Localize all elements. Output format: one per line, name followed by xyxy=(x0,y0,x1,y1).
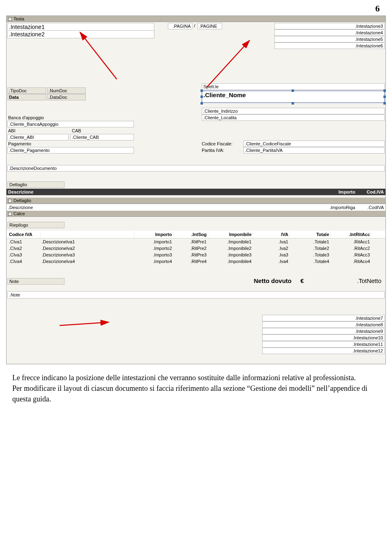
label-cf: Codice Fiscale: xyxy=(202,141,232,146)
caption-text: Le frecce indicano la posizione delle in… xyxy=(0,364,392,412)
riepilogo-cell[interactable]: .RitAco4 xyxy=(331,258,372,264)
riepilogo-cell[interactable]: .DescrizioneIva1 xyxy=(41,239,135,245)
riepilogo-cell[interactable]: .Imponibile4 xyxy=(208,258,253,264)
riepilogo-row: .CIva2.DescrizioneIva2.Importo2.RitPre2.… xyxy=(7,245,385,252)
riepilogo-cell[interactable]: .DescrizioneIva3 xyxy=(41,252,135,258)
riepilogo-cell[interactable]: .Imponibile2 xyxy=(208,245,253,251)
testa-body: .Intestazione1 .Intestazione2 .PAGINA / … xyxy=(7,22,385,198)
field-intestazione6[interactable]: .Intestazione6 xyxy=(274,42,385,49)
label-numdoc[interactable]: .NumDoc xyxy=(47,87,86,94)
field-cliente-nome[interactable]: .Cliente_Nome xyxy=(202,91,385,103)
field-footer-intestazione[interactable]: .Intestazione7 xyxy=(262,315,385,321)
selection-handle-icon[interactable] xyxy=(383,96,386,98)
riepilogo-cell[interactable]: .CIva1 xyxy=(8,239,41,245)
field-pagina[interactable]: .PAGINA xyxy=(168,23,192,29)
label-cab: CAB xyxy=(72,128,81,133)
riepilogo-cell[interactable]: .RitPre1 xyxy=(174,239,208,245)
header-importo: Importo xyxy=(318,189,355,194)
riepilogo-cell[interactable]: .Totale2 xyxy=(290,245,331,251)
riepilogo-cell[interactable]: .CIva2 xyxy=(8,245,41,251)
riepilogo-cell[interactable]: .Importo4 xyxy=(135,258,174,264)
field-intestazione1[interactable]: .Intestazione1 xyxy=(7,23,154,31)
collapse-icon[interactable]: − xyxy=(8,199,12,203)
field-footer-intestazione[interactable]: .Intestazione11 xyxy=(262,341,385,348)
field-cliente-localita[interactable]: .Cliente_Localita xyxy=(202,114,385,121)
field-piva[interactable]: .Cliente_PartitaIVA xyxy=(243,147,385,154)
field-pagamento[interactable]: .Cliente_Pagamento xyxy=(7,147,134,154)
label-data[interactable]: Data xyxy=(7,94,46,100)
field-intestazione4[interactable]: .Intestazione4 xyxy=(274,29,385,36)
band-header-calce[interactable]: − Calce xyxy=(7,211,385,217)
field-footer-intestazione[interactable]: .Intestazione12 xyxy=(262,348,385,354)
riepilogo-cell[interactable]: .Iva2 xyxy=(253,245,290,251)
riepilogo-h: .IntRitAcc xyxy=(331,232,372,237)
selection-handle-icon[interactable] xyxy=(200,96,203,98)
page-number: 6 xyxy=(0,0,392,16)
riepilogo-cell[interactable]: .Imponibile1 xyxy=(208,239,253,245)
riepilogo-cell[interactable]: .Imponibile3 xyxy=(208,252,253,258)
riepilogo-cell[interactable]: .Importo3 xyxy=(135,252,174,258)
riepilogo-cell[interactable]: .Iva4 xyxy=(253,258,290,264)
riepilogo-cell[interactable]: .Iva3 xyxy=(253,252,290,258)
field-row-importo[interactable]: .ImportoRiga xyxy=(318,205,355,210)
field-cf[interactable]: .Cliente_CodiceFiscale xyxy=(243,140,385,147)
field-footer-intestazione[interactable]: .Intestazione9 xyxy=(262,328,385,334)
selection-handle-icon[interactable] xyxy=(292,89,294,92)
svg-line-2 xyxy=(60,322,109,325)
selection-handle-icon[interactable] xyxy=(383,89,386,92)
riepilogo-h: .IntSog xyxy=(174,232,208,237)
footer-intestazioni: .Intestazione7.Intestazione8.Intestazion… xyxy=(262,315,385,354)
riepilogo-cell[interactable]: .Totale1 xyxy=(290,239,331,245)
field-note[interactable]: .Note xyxy=(7,291,385,299)
field-row-descrizione[interactable]: .Descrizione xyxy=(8,205,318,210)
band-header-dettaglio[interactable]: − Dettaglio xyxy=(7,198,385,204)
label-pagamento: Pagamento xyxy=(8,141,31,146)
field-footer-intestazione[interactable]: .Intestazione10 xyxy=(262,334,385,341)
label-tipodoc[interactable]: .TipoDoc xyxy=(7,87,46,94)
riepilogo-cell[interactable]: .CIva4 xyxy=(8,258,41,264)
label-riepilogo-box: Riepilogo xyxy=(7,222,65,228)
selection-handle-icon[interactable] xyxy=(383,102,386,105)
field-footer-intestazione[interactable]: .Intestazione8 xyxy=(262,321,385,328)
label-piva: Partita IVA: xyxy=(202,148,224,153)
collapse-icon[interactable]: − xyxy=(8,17,12,21)
riepilogo-headers: Codice IVA Importo .IntSog Imponibile IV… xyxy=(7,231,385,265)
arrow-red-icon xyxy=(198,38,256,90)
field-pagine[interactable]: .PAGINE xyxy=(198,23,222,29)
field-cliente-indirizzo[interactable]: .Cliente_Indirizzo xyxy=(202,108,385,114)
riepilogo-cell[interactable]: .RitPre4 xyxy=(174,258,208,264)
label-dettaglio-box: Dettaglio xyxy=(7,181,65,188)
collapse-icon[interactable]: − xyxy=(8,212,12,216)
riepilogo-cell[interactable]: .RitPre2 xyxy=(174,245,208,251)
header-descrizione: Descrizione xyxy=(8,189,318,194)
field-descrizione-documento[interactable]: .DescrizioneDocumento xyxy=(7,165,385,172)
field-banca[interactable]: .Cliente_BancaAppoggio xyxy=(7,121,134,127)
field-cab[interactable]: .Cliente_CAB xyxy=(70,134,134,140)
riepilogo-cell[interactable]: .RitAcc3 xyxy=(331,252,372,258)
field-abi[interactable]: .Cliente_ABI xyxy=(7,134,69,140)
field-intestazione3[interactable]: .Intestazione3 xyxy=(274,23,385,29)
riepilogo-cell[interactable]: .Importo2 xyxy=(135,245,174,251)
riepilogo-cell[interactable]: .CIva3 xyxy=(8,252,41,258)
selection-handle-icon[interactable] xyxy=(200,102,203,105)
riepilogo-row: .CIva3.DescrizioneIva3.Importo3.RitPre3.… xyxy=(7,252,385,258)
riepilogo-cell[interactable]: .Importo1 xyxy=(135,239,174,245)
riepilogo-cell[interactable]: .RitPre3 xyxy=(174,252,208,258)
band-header-testa[interactable]: − Testa xyxy=(7,16,385,22)
field-intestazione5[interactable]: .Intestazione5 xyxy=(274,36,385,42)
riepilogo-cell[interactable]: .DescrizioneIva2 xyxy=(41,245,135,251)
riepilogo-cell[interactable]: .RitAcc1 xyxy=(331,239,372,245)
riepilogo-cell[interactable]: .RitAcc2 xyxy=(331,245,372,251)
riepilogo-cell[interactable]: .DescrizioneIva4 xyxy=(41,258,135,264)
riepilogo-row: .CIva4.DescrizioneIva4.Importo4.RitPre4.… xyxy=(7,258,385,265)
selection-handle-icon[interactable] xyxy=(292,102,294,105)
riepilogo-cell[interactable]: .Totale3 xyxy=(290,252,331,258)
riepilogo-cell[interactable]: .Totale4 xyxy=(290,258,331,264)
label-banca: Banca d'appoggio xyxy=(8,115,44,120)
header-codiva: Cod.IVA xyxy=(355,189,384,194)
field-row-codiva[interactable]: .CodIVA xyxy=(355,205,384,210)
dettaglio-row: .Descrizione .ImportoRiga .CodIVA xyxy=(7,204,385,211)
label-datadoc[interactable]: .DataDoc xyxy=(47,94,86,100)
field-totnetto[interactable]: .TotNetto xyxy=(308,277,381,284)
riepilogo-cell[interactable]: .Iva1 xyxy=(253,239,290,245)
